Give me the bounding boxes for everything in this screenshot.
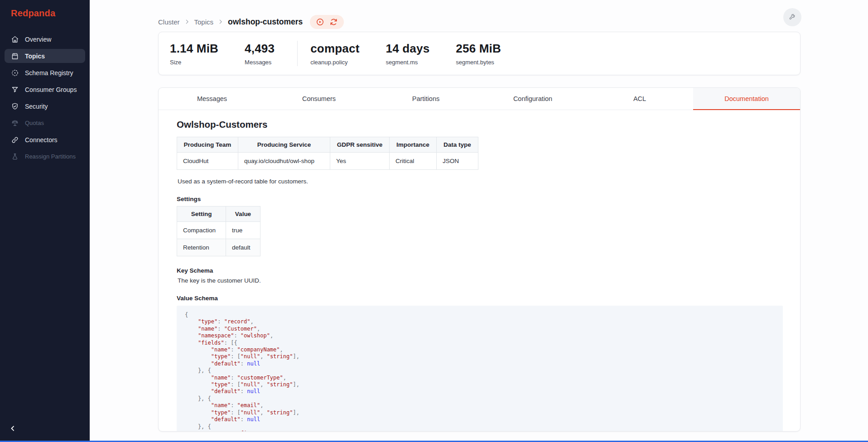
stat-messages: 4,493 Messages	[245, 42, 275, 66]
table-cell: Yes	[330, 153, 390, 170]
tab-consumers[interactable]: Consumers	[265, 88, 372, 110]
tab-acl[interactable]: ACL	[586, 88, 693, 110]
sidebar: Redpanda Overview Topics Schema Registry…	[0, 0, 90, 442]
sidebar-item-consumer-groups[interactable]: Consumer Groups	[5, 82, 85, 96]
stat-value: 1.14 MiB	[170, 42, 218, 56]
tab-documentation[interactable]: Documentation	[693, 88, 800, 110]
stat-label: cleanup.policy	[310, 59, 359, 66]
sidebar-item-security[interactable]: Security	[5, 99, 85, 113]
table-row: Retention default	[177, 239, 260, 256]
sidebar-item-label: Connectors	[25, 136, 58, 144]
stat-size: 1.14 MiB Size	[170, 42, 218, 66]
column-header: Data type	[437, 137, 478, 153]
tab-messages[interactable]: Messages	[159, 88, 265, 110]
redpanda-logo: Redpanda	[0, 0, 90, 19]
value-schema-codeblock: { "type": "record", "name": "Customer", …	[177, 306, 783, 432]
tab-configuration[interactable]: Configuration	[479, 88, 586, 110]
chevron-right-icon	[217, 19, 224, 25]
table-header-row: Setting Value	[177, 207, 260, 222]
scales-icon	[11, 119, 19, 127]
breadcrumb-cluster[interactable]: Cluster	[158, 18, 180, 26]
breadcrumb-topics[interactable]: Topics	[194, 18, 214, 26]
column-header: Value	[226, 207, 260, 222]
producing-info-table: Producing Team Producing Service GDPR se…	[177, 137, 478, 170]
column-header: Producing Service	[238, 137, 330, 153]
sidebar-item-connectors[interactable]: Connectors	[5, 133, 85, 147]
main-area: Cluster Topics owlshop-customers	[90, 0, 868, 442]
table-cell: default	[226, 239, 260, 256]
chevron-right-icon	[184, 19, 190, 25]
topic-detail-card: Messages Consumers Partitions Configurat…	[158, 87, 800, 432]
doc-description: Used as a system-of-record table for cus…	[178, 178, 782, 185]
stat-label: segment.bytes	[456, 59, 501, 66]
sidebar-item-label: Overview	[25, 36, 51, 43]
sidebar-item-label: Topics	[25, 53, 45, 60]
table-cell: true	[226, 222, 260, 239]
column-header: Setting	[177, 207, 226, 222]
funnel-icon	[11, 86, 19, 94]
link-icon	[11, 136, 19, 144]
wrench-icon	[788, 12, 797, 23]
flask-icon	[11, 153, 19, 161]
preferences-button[interactable]	[783, 8, 801, 26]
breadcrumb-current-topic: owlshop-customers	[228, 17, 303, 27]
table-header-row: Producing Team Producing Service GDPR se…	[177, 137, 478, 153]
sidebar-item-label: Quotas	[25, 120, 44, 126]
shield-check-icon	[11, 102, 19, 110]
doc-title: Owlshop-Customers	[177, 119, 782, 130]
table-row: CloudHut quay.io/cloudhut/owl-shop Yes C…	[177, 153, 478, 170]
produce-record-button[interactable]	[316, 18, 324, 26]
tab-partitions[interactable]: Partitions	[372, 88, 479, 110]
stats-divider	[297, 41, 298, 66]
stat-cleanup-policy: compact cleanup.policy	[310, 42, 359, 66]
refresh-button[interactable]	[329, 18, 338, 26]
table-row: Compaction true	[177, 222, 260, 239]
sidebar-item-label: Schema Registry	[25, 69, 73, 77]
sidebar-item-schema-registry[interactable]: Schema Registry	[5, 66, 85, 80]
column-header: GDPR sensitive	[330, 137, 390, 153]
sidebar-item-reassign-partitions: Reassign Partitions	[5, 149, 85, 163]
stat-value: 256 MiB	[456, 42, 501, 56]
sidebar-item-topics[interactable]: Topics	[5, 49, 85, 63]
table-cell: Retention	[177, 239, 226, 256]
table-cell: CloudHut	[177, 153, 238, 170]
documentation-panel: Owlshop-Customers Producing Team Produci…	[159, 110, 800, 432]
stat-label: Size	[170, 59, 218, 66]
topics-box-icon	[11, 52, 19, 60]
table-cell: Critical	[390, 153, 437, 170]
table-cell: quay.io/cloudhut/owl-shop	[238, 153, 330, 170]
sidebar-item-label: Consumer Groups	[25, 86, 77, 93]
stat-value: 4,493	[245, 42, 275, 56]
sidebar-item-quotas: Quotas	[5, 116, 85, 130]
key-schema-text: The key is the customer UUID.	[178, 277, 782, 284]
sidebar-nav: Overview Topics Schema Registry Consumer…	[0, 32, 90, 163]
stat-segment-bytes: 256 MiB segment.bytes	[456, 42, 501, 66]
sidebar-item-overview[interactable]: Overview	[5, 32, 85, 46]
table-cell: Compaction	[177, 222, 226, 239]
topic-actions-pill	[310, 15, 344, 29]
topic-tabs: Messages Consumers Partitions Configurat…	[159, 88, 800, 110]
settings-heading: Settings	[177, 196, 782, 202]
chevron-left-icon	[8, 424, 17, 435]
settings-table: Setting Value Compaction true Retention …	[177, 206, 260, 256]
stat-segment-ms: 14 days segment.ms	[386, 42, 430, 66]
topic-stats-card: 1.14 MiB Size 4,493 Messages compact cle…	[158, 32, 800, 75]
stat-value: compact	[310, 42, 359, 56]
breadcrumb: Cluster Topics owlshop-customers	[158, 17, 303, 27]
page-header: Cluster Topics owlshop-customers	[158, 0, 800, 32]
home-icon	[11, 35, 19, 43]
key-schema-heading: Key Schema	[177, 267, 782, 274]
value-schema-code: { "type": "record", "name": "Customer", …	[185, 312, 775, 432]
stat-label: Messages	[245, 59, 275, 66]
column-header: Producing Team	[177, 137, 238, 153]
sidebar-item-label: Reassign Partitions	[25, 153, 76, 160]
sidebar-item-label: Security	[25, 103, 48, 110]
column-header: Importance	[390, 137, 437, 153]
stat-value: 14 days	[386, 42, 430, 56]
stat-label: segment.ms	[386, 59, 430, 66]
sidebar-collapse-button[interactable]	[6, 423, 19, 436]
value-schema-heading: Value Schema	[177, 295, 782, 302]
schema-registry-icon	[11, 69, 19, 77]
table-cell: JSON	[437, 153, 478, 170]
